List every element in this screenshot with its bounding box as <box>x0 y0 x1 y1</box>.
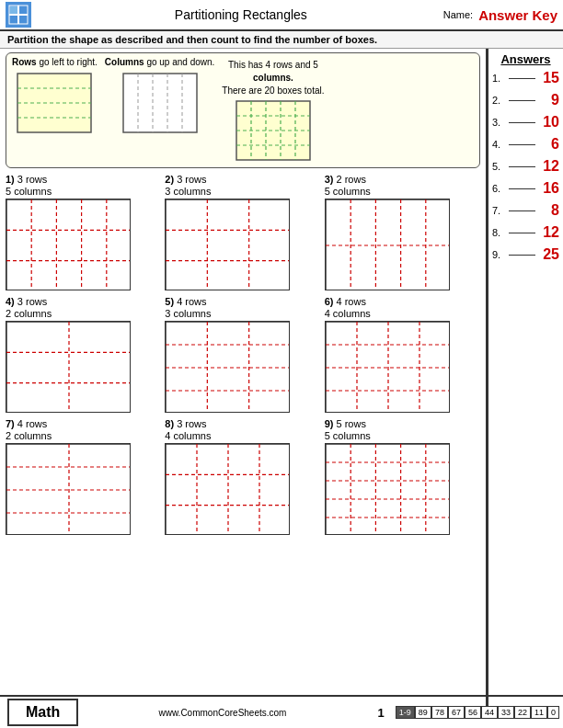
svg-rect-8 <box>123 74 197 132</box>
problem-sub-label: 3 columns <box>165 186 320 197</box>
problem-label: 3) 2 rows <box>325 174 480 185</box>
range-item: 1-9 <box>396 706 415 719</box>
example-box: Rows go left to right. Columns go up and… <box>6 52 480 168</box>
answers-title: Answers <box>492 52 559 66</box>
answer-val: 12 <box>537 158 559 175</box>
problem-grid-svg <box>165 199 290 290</box>
problem-sub-label: 5 columns <box>325 430 480 441</box>
range-item: 67 <box>448 706 465 719</box>
answers-list: 1.152.93.104.65.126.167.88.129.25 <box>492 70 559 263</box>
answer-line <box>509 233 535 233</box>
answer-item: 5.12 <box>492 158 559 175</box>
range-item: 33 <box>498 706 514 719</box>
range-item: 78 <box>431 706 448 719</box>
problem-grid-svg <box>165 443 290 535</box>
answer-val: 25 <box>537 246 559 263</box>
example-note: This has 4 rows and 5 columns. There are… <box>222 59 324 97</box>
left-content: Rows go left to right. Columns go up and… <box>0 49 488 711</box>
answer-line <box>509 255 535 256</box>
answer-line <box>509 122 535 123</box>
answer-line <box>509 78 535 79</box>
range-item: 11 <box>531 706 547 719</box>
footer-page: 1 <box>378 706 385 720</box>
problem-sub-label: 4 columns <box>165 430 320 441</box>
problem-6: 6) 4 rows4 columns <box>325 296 480 413</box>
header: Partitioning Rectangles Name: Answer Key <box>0 0 563 31</box>
answer-val: 6 <box>537 136 559 153</box>
problem-1: 1) 3 rows5 columns <box>6 174 161 290</box>
problem-grid-svg <box>325 321 450 413</box>
problem-grid-svg <box>6 199 131 290</box>
problem-number: 6) <box>325 296 334 307</box>
example-both: This has 4 rows and 5 columns. There are… <box>222 57 324 164</box>
answer-item: 1.15 <box>492 70 559 86</box>
answer-val: 16 <box>537 180 559 197</box>
problem-5: 5) 4 rows3 columns <box>165 296 320 413</box>
problem-label: 9) 5 rows <box>325 418 480 429</box>
answer-num: 4. <box>492 139 507 150</box>
name-label: Name: <box>443 9 473 20</box>
problem-number: 1) <box>6 174 15 185</box>
example-rows: Rows go left to right. <box>12 57 98 136</box>
answer-val: 9 <box>537 92 559 108</box>
direction-bar: Partition the shape as described and the… <box>0 31 563 49</box>
cols-label: Columns go up and down. <box>105 57 215 67</box>
answer-num: 2. <box>492 95 507 106</box>
answer-val: 15 <box>537 70 559 86</box>
problem-grid-svg <box>6 443 131 535</box>
svg-rect-4 <box>17 74 91 132</box>
answer-val: 8 <box>537 202 559 219</box>
problem-7: 7) 4 rows2 columns <box>6 418 161 535</box>
footer-url: www.CommonCoreSheets.com <box>78 708 366 718</box>
problem-number: 7) <box>6 418 15 429</box>
problem-sub-label: 5 columns <box>325 186 480 197</box>
problem-2: 2) 3 rows3 columns <box>165 174 320 290</box>
answer-line <box>509 188 535 189</box>
answer-item: 6.16 <box>492 180 559 197</box>
svg-rect-21 <box>6 199 131 290</box>
rows-example-svg <box>14 70 95 136</box>
problem-number: 4) <box>6 296 15 307</box>
range-item: 56 <box>465 706 481 719</box>
range-item: 0 <box>547 706 559 719</box>
answer-val: 10 <box>537 114 559 131</box>
answer-num: 7. <box>492 205 507 216</box>
answer-num: 3. <box>492 117 507 128</box>
problem-label: 2) 3 rows <box>165 174 320 185</box>
rows-label: Rows go left to right. <box>12 57 98 67</box>
problem-grid-svg <box>325 199 450 290</box>
main-layout: Rows go left to right. Columns go up and… <box>0 49 563 711</box>
answer-item: 7.8 <box>492 202 559 219</box>
problem-number: 9) <box>325 418 334 429</box>
answer-line <box>509 144 535 145</box>
problem-number: 3) <box>325 174 334 185</box>
problem-grid-svg <box>165 321 290 413</box>
header-icon <box>6 2 31 28</box>
answer-column: Answers 1.152.93.104.65.126.167.88.129.2… <box>488 49 563 711</box>
problem-label: 1) 3 rows <box>6 174 161 185</box>
answer-val: 12 <box>537 224 559 241</box>
direction-text: Partition the shape as described and the… <box>7 34 377 45</box>
problem-number: 2) <box>165 174 174 185</box>
problem-sub-label: 3 columns <box>165 308 320 319</box>
answer-item: 9.25 <box>492 246 559 263</box>
problem-9: 9) 5 rows5 columns <box>325 418 480 535</box>
problem-grid-svg <box>6 321 131 413</box>
range-item: 44 <box>481 706 498 719</box>
footer: Math www.CommonCoreSheets.com 1 1-989786… <box>0 695 563 728</box>
range-item: 22 <box>514 706 531 719</box>
range-item: 89 <box>415 706 431 719</box>
page-title: Partitioning Rectangles <box>39 7 443 22</box>
answer-line <box>509 210 535 211</box>
math-label: Math <box>7 699 78 726</box>
problem-label: 5) 4 rows <box>165 296 320 307</box>
problem-sub-label: 5 columns <box>6 186 161 197</box>
problem-label: 7) 4 rows <box>6 418 161 429</box>
problem-sub-label: 2 columns <box>6 430 161 441</box>
answer-num: 6. <box>492 183 507 194</box>
example-cols: Columns go up and down. <box>105 57 215 136</box>
svg-rect-67 <box>326 444 450 535</box>
problem-sub-label: 4 columns <box>325 308 480 319</box>
svg-rect-13 <box>236 101 310 160</box>
problem-label: 8) 3 rows <box>165 418 320 429</box>
